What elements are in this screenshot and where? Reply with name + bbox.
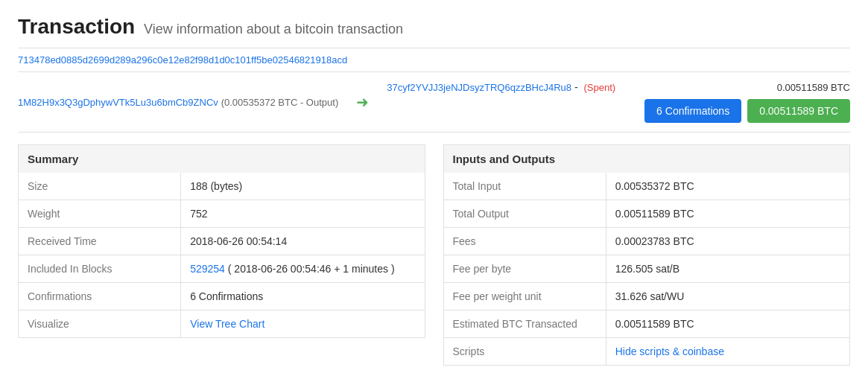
row-label: Fee per weight unit (443, 283, 606, 310)
row-value: 6 Confirmations (181, 283, 425, 310)
row-value: 0.00511589 BTC (606, 200, 849, 228)
inputs-outputs-table: Inputs and Outputs Total Input0.00535372… (443, 144, 851, 366)
table-row: VisualizeView Tree Chart (19, 310, 425, 338)
row-value: 529254 ( 2018-06-26 00:54:46 + 1 minutes… (181, 255, 425, 283)
detail-section: Summary Size188 (bytes)Weight752Received… (18, 144, 850, 366)
row-label: Weight (19, 200, 181, 228)
to-address-row: 37cyf2YVJJ3jeNJDsyzTRQ6qzzBHcJ4Ru8 - (Sp… (387, 81, 850, 93)
summary-section: Summary Size188 (bytes)Weight752Received… (18, 144, 425, 366)
confirmations-button[interactable]: 6 Confirmations (644, 99, 741, 123)
table-row: Fees0.00023783 BTC (443, 228, 850, 255)
from-amount: (0.00535372 BTC - Output) (221, 97, 339, 108)
tx-flow: 1M82H9x3Q3gDphywVTk5Lu3u6bmCb9ZNCv (0.00… (18, 72, 850, 133)
table-row: Weight752 (19, 200, 425, 228)
row-label: Received Time (19, 228, 181, 255)
inputs-outputs-title: Inputs and Outputs (443, 144, 851, 173)
row-label: Total Output (443, 200, 606, 228)
to-address-group: 37cyf2YVJJ3jeNJDsyzTRQ6qzzBHcJ4Ru8 - (Sp… (387, 81, 615, 93)
table-row: Received Time2018-06-26 00:54:14 (19, 228, 425, 255)
row-value: 126.505 sat/B (606, 255, 849, 283)
page-subtitle: View information about a bitcoin transac… (144, 22, 403, 36)
row-value: 0.00023783 BTC (606, 228, 849, 255)
table-row: ScriptsHide scripts & coinbase (443, 338, 850, 366)
table-row: Confirmations6 Confirmations (19, 283, 425, 310)
tx-to-section: 37cyf2YVJJ3jeNJDsyzTRQ6qzzBHcJ4Ru8 - (Sp… (387, 81, 850, 123)
row-label: Estimated BTC Transacted (443, 310, 606, 338)
row-value: 0.00535372 BTC (606, 173, 849, 200)
inputs-outputs-section: Inputs and Outputs Total Input0.00535372… (443, 144, 851, 366)
row-value: 752 (181, 200, 425, 228)
row-value[interactable]: Hide scripts & coinbase (606, 338, 849, 366)
row-label: Included In Blocks (19, 255, 181, 283)
row-label: Visualize (19, 310, 181, 338)
row-label: Size (19, 173, 181, 200)
table-row: Fee per byte126.505 sat/B (443, 255, 850, 283)
row-label: Fee per byte (443, 255, 606, 283)
scripts-link[interactable]: Hide scripts & coinbase (615, 345, 724, 357)
from-address[interactable]: 1M82H9x3Q3gDphywVTk5Lu3u6bmCb9ZNCv (18, 97, 218, 108)
spent-label: (Spent) (583, 82, 615, 93)
to-amount: 0.00511589 BTC (777, 82, 850, 93)
page-title: Transaction (18, 15, 135, 38)
row-label: Scripts (443, 338, 606, 366)
amount-button[interactable]: 0.00511589 BTC (747, 99, 850, 123)
row-value: 188 (bytes) (181, 173, 425, 200)
row-label: Confirmations (19, 283, 181, 310)
row-value: 31.626 sat/WU (606, 283, 849, 310)
table-row: Fee per weight unit31.626 sat/WU (443, 283, 850, 310)
block-link[interactable]: 529254 (190, 263, 225, 275)
summary-table: Summary Size188 (bytes)Weight752Received… (18, 144, 425, 338)
table-row: Estimated BTC Transacted0.00511589 BTC (443, 310, 850, 338)
confirmations-row: 6 Confirmations 0.00511589 BTC (644, 99, 850, 123)
table-row: Size188 (bytes) (19, 173, 425, 200)
summary-title: Summary (18, 144, 425, 173)
to-address[interactable]: 37cyf2YVJJ3jeNJDsyzTRQ6qzzBHcJ4Ru8 (387, 82, 571, 93)
row-value[interactable]: View Tree Chart (181, 310, 425, 338)
row-value: 0.00511589 BTC (606, 310, 849, 338)
table-row: Included In Blocks529254 ( 2018-06-26 00… (19, 255, 425, 283)
row-label: Total Input (443, 173, 606, 200)
row-value: 2018-06-26 00:54:14 (181, 228, 425, 255)
visualize-link[interactable]: View Tree Chart (190, 318, 264, 330)
table-row: Total Output0.00511589 BTC (443, 200, 850, 228)
tx-arrow: ➜ (356, 93, 369, 111)
tx-from: 1M82H9x3Q3gDphywVTk5Lu3u6bmCb9ZNCv (0.00… (18, 96, 338, 108)
row-label: Fees (443, 228, 606, 255)
tx-hash: 713478ed0885d2699d289a296c0e12e82f98d1d0… (18, 48, 850, 72)
page-header: Transaction View information about a bit… (18, 15, 850, 39)
table-row: Total Input0.00535372 BTC (443, 173, 850, 200)
